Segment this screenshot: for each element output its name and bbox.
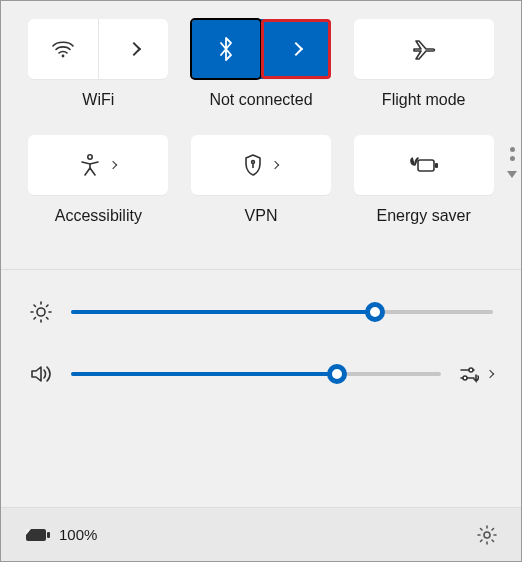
wifi-icon xyxy=(52,40,74,58)
quick-settings-panel: WiFi Not connected xyxy=(1,1,521,243)
volume-slider[interactable] xyxy=(71,372,441,376)
bluetooth-tile xyxy=(191,19,331,79)
mixer-icon xyxy=(459,365,479,383)
svg-point-10 xyxy=(484,532,490,538)
svg-point-0 xyxy=(62,55,65,58)
accessibility-label: Accessibility xyxy=(55,207,142,225)
flight-label: Flight mode xyxy=(382,91,466,109)
battery-leaf-icon xyxy=(409,155,439,175)
tiles-grid: WiFi Not connected xyxy=(25,19,497,243)
energy-label: Energy saver xyxy=(377,207,471,225)
svg-rect-9 xyxy=(47,532,50,538)
brightness-slider[interactable] xyxy=(71,310,493,314)
battery-percent: 100% xyxy=(59,526,97,543)
bluetooth-label: Not connected xyxy=(209,91,312,109)
gear-icon xyxy=(477,525,497,545)
chevron-right-icon xyxy=(486,370,494,378)
wifi-tile-wrap: WiFi xyxy=(25,19,172,127)
panel-overflow[interactable] xyxy=(507,147,517,178)
wifi-label: WiFi xyxy=(82,91,114,109)
airplane-icon xyxy=(411,38,437,60)
chevron-right-icon xyxy=(127,42,141,56)
bluetooth-icon xyxy=(219,37,233,61)
bluetooth-tile-wrap: Not connected xyxy=(188,19,335,127)
brightness-icon xyxy=(29,300,53,324)
battery-icon xyxy=(25,527,51,543)
chevron-right-icon xyxy=(289,42,303,56)
energy-tile-wrap: Energy saver xyxy=(350,135,497,243)
wifi-toggle[interactable] xyxy=(28,19,99,79)
flight-tile-wrap: Flight mode xyxy=(350,19,497,127)
wifi-expand[interactable] xyxy=(99,19,169,79)
svg-point-1 xyxy=(88,155,92,159)
caret-down-icon xyxy=(507,171,517,178)
svg-point-6 xyxy=(469,368,473,372)
svg-rect-3 xyxy=(418,160,434,171)
chevron-right-icon xyxy=(271,161,279,169)
speaker-icon xyxy=(29,362,53,386)
svg-point-5 xyxy=(37,308,45,316)
sliders-section xyxy=(1,269,521,418)
bluetooth-expand[interactable] xyxy=(261,19,331,79)
volume-row xyxy=(29,362,493,386)
chevron-right-icon xyxy=(109,161,117,169)
brightness-row xyxy=(29,300,493,324)
bluetooth-toggle[interactable] xyxy=(191,19,262,79)
accessibility-tile-wrap: Accessibility xyxy=(25,135,172,243)
vpn-label: VPN xyxy=(245,207,278,225)
accessibility-tile[interactable] xyxy=(28,135,168,195)
svg-point-2 xyxy=(252,161,255,164)
wifi-tile xyxy=(28,19,168,79)
svg-point-7 xyxy=(463,376,467,380)
vpn-tile[interactable] xyxy=(191,135,331,195)
footer-bar: 100% xyxy=(1,507,521,561)
vpn-tile-wrap: VPN xyxy=(188,135,335,243)
battery-status[interactable]: 100% xyxy=(25,526,97,543)
settings-button[interactable] xyxy=(477,525,497,545)
dot-icon xyxy=(510,147,515,152)
shield-icon xyxy=(244,154,262,176)
dot-icon xyxy=(510,156,515,161)
audio-output-select[interactable] xyxy=(459,365,493,383)
flight-toggle[interactable] xyxy=(354,19,494,79)
svg-rect-4 xyxy=(435,163,438,168)
accessibility-icon xyxy=(80,154,100,176)
energy-toggle[interactable] xyxy=(354,135,494,195)
